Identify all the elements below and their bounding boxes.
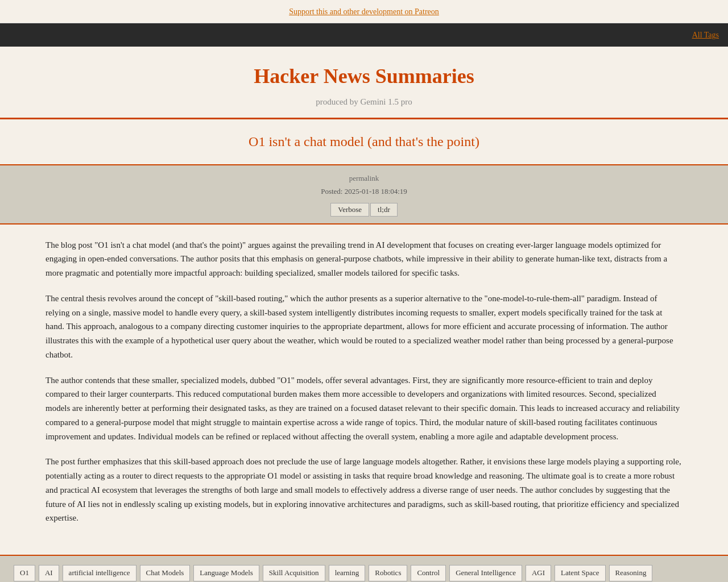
tag-item[interactable]: Robotics xyxy=(369,565,407,581)
permalink-link[interactable]: permalink xyxy=(349,174,379,182)
meta-bar: permalink Posted: 2025-01-18 18:04:19 Ve… xyxy=(0,165,728,225)
paragraph-2: The central thesis revolves around the c… xyxy=(46,292,682,362)
all-tags-bar: All Tags xyxy=(0,23,728,46)
verbose-button[interactable]: Verbose xyxy=(330,203,369,217)
tag-item[interactable]: Language Models xyxy=(193,565,259,581)
tags-section: O1AIartificial intelligenceChat ModelsLa… xyxy=(0,555,728,582)
tag-item[interactable]: artificial intelligence xyxy=(63,565,136,581)
article-title-bar: O1 isn't a chat model (and that's the po… xyxy=(0,119,728,165)
posted-date: Posted: 2025-01-18 18:04:19 xyxy=(9,186,719,198)
top-banner: Support this and other development on Pa… xyxy=(0,0,728,23)
view-mode-buttons: Verbose tl;dr xyxy=(330,203,398,217)
tag-item[interactable]: Chat Models xyxy=(140,565,191,581)
tag-item[interactable]: Latent Space xyxy=(555,565,606,581)
site-header: Hacker News Summaries produced by Gemini… xyxy=(0,47,728,120)
tag-item[interactable]: Skill Acquisition xyxy=(263,565,325,581)
tag-item[interactable]: learning xyxy=(329,565,366,581)
patreon-link[interactable]: Support this and other development on Pa… xyxy=(289,7,439,16)
tag-item[interactable]: AI xyxy=(39,565,59,581)
paragraph-1: The blog post "O1 isn't a chat model (an… xyxy=(46,238,682,280)
tag-item[interactable]: Reasoning xyxy=(609,565,653,581)
all-tags-link[interactable]: All Tags xyxy=(692,31,719,39)
tag-item[interactable]: General Intelligence xyxy=(449,565,522,581)
site-title: Hacker News Summaries xyxy=(9,60,719,93)
tldr-button[interactable]: tl;dr xyxy=(370,203,398,217)
paragraph-4: The post further emphasizes that this sk… xyxy=(46,455,682,525)
tag-item[interactable]: AGI xyxy=(526,565,551,581)
paragraph-3: The author contends that these smaller, … xyxy=(46,373,682,444)
article-title: O1 isn't a chat model (and that's the po… xyxy=(9,131,719,152)
article-content: The blog post "O1 isn't a chat model (an… xyxy=(28,225,700,551)
site-subtitle: produced by Gemini 1.5 pro xyxy=(9,95,719,109)
tag-item[interactable]: Control xyxy=(411,565,446,581)
tag-item[interactable]: O1 xyxy=(14,565,35,581)
tags-container: O1AIartificial intelligenceChat ModelsLa… xyxy=(14,565,714,582)
